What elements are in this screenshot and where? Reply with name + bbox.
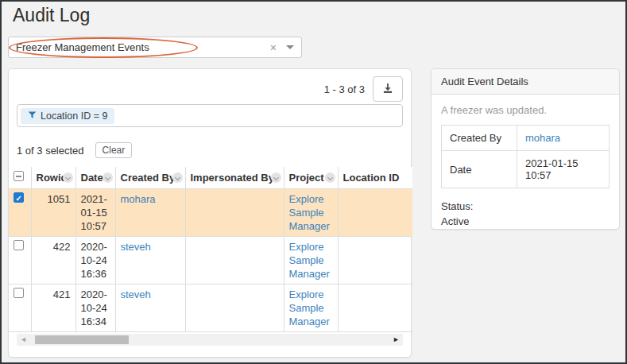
table-row: Date 2021-01-15 10:57	[442, 151, 610, 188]
selection-count-text: 1 of 3 selected	[17, 145, 84, 157]
project-link[interactable]: Explore Sample Manager	[289, 193, 330, 232]
pagination-text: 1 - 3 of 3	[324, 83, 365, 95]
scroll-left-icon[interactable]: ◄	[17, 334, 30, 346]
created-by-link[interactable]: mohara	[121, 193, 156, 205]
row-checkbox[interactable]	[14, 288, 24, 298]
filter-bar: Location ID = 9	[17, 104, 403, 127]
status-label: Status:	[441, 199, 610, 214]
column-header-impersonated-by[interactable]: Impersonated By	[185, 167, 284, 189]
event-detail-table: Created By mohara Date 2021-01-15 10:57	[441, 125, 610, 188]
select-all-checkbox[interactable]	[14, 171, 24, 181]
details-panel-body: A freezer was updated. Created By mohara…	[432, 95, 619, 238]
cell-location-id	[338, 237, 412, 285]
row-checkbox[interactable]	[14, 240, 24, 250]
detail-label: Date	[442, 151, 517, 188]
event-type-select[interactable]: Freezer Management Events ×	[8, 37, 302, 58]
column-header-date[interactable]: Date	[75, 167, 115, 189]
scroll-right-icon[interactable]: ►	[389, 334, 403, 346]
created-by-link[interactable]: mohara	[525, 132, 560, 144]
table-row[interactable]: 421 2020-10-24 16:34 steveh Explore Samp…	[9, 285, 412, 332]
status-value: Active	[441, 214, 610, 229]
cell-impersonated-by	[185, 285, 284, 332]
column-header-rowid[interactable]: Rowid	[31, 167, 75, 189]
cell-location-id	[338, 285, 412, 332]
selection-row: 1 of 3 selected Clear	[17, 142, 403, 158]
cell-impersonated-by	[185, 189, 284, 237]
column-menu-icon[interactable]	[63, 172, 73, 183]
column-header-project[interactable]: Project	[284, 167, 338, 189]
filter-chip[interactable]: Location ID = 9	[21, 108, 114, 124]
event-type-select-value: Freezer Management Events	[16, 41, 270, 53]
chevron-down-icon[interactable]	[286, 45, 294, 49]
column-menu-icon[interactable]	[271, 172, 281, 183]
grid-header-row: Rowid Date Created By Impersonated By Pr…	[9, 167, 412, 189]
horizontal-scrollbar[interactable]: ◄ ►	[17, 334, 403, 346]
audit-event-details-panel: Audit Event Details A freezer was update…	[431, 68, 620, 230]
export-button[interactable]	[373, 76, 403, 102]
cell-date: 2020-10-24 16:34	[75, 285, 115, 332]
cell-impersonated-by	[185, 237, 284, 285]
filter-funnel-icon	[28, 110, 37, 122]
column-header-location-id[interactable]: Location ID	[338, 167, 412, 189]
column-menu-icon[interactable]	[172, 172, 183, 183]
project-link[interactable]: Explore Sample Manager	[289, 241, 330, 280]
status-block: Status: Active	[441, 199, 610, 229]
cell-date: 2021-01-15 10:57	[75, 189, 115, 237]
cell-date: 2020-10-24 16:36	[75, 237, 115, 285]
created-by-link[interactable]: steveh	[121, 241, 151, 253]
cell-rowid: 421	[31, 285, 75, 332]
page-title: Audit Log	[13, 5, 90, 26]
table-row[interactable]: 422 2020-10-24 16:36 steveh Explore Samp…	[9, 237, 412, 285]
details-panel-title: Audit Event Details	[432, 69, 619, 95]
table-row: Created By mohara	[442, 126, 610, 151]
row-checkbox[interactable]	[14, 192, 24, 203]
column-menu-icon[interactable]	[103, 172, 113, 183]
download-icon	[382, 83, 393, 96]
event-description: A freezer was updated.	[441, 104, 610, 116]
audit-grid-panel: 1 - 3 of 3 Location ID = 9 1 of 3 select…	[8, 68, 412, 358]
project-link[interactable]: Explore Sample Manager	[289, 288, 330, 327]
detail-label: Created By	[442, 126, 517, 151]
scrollbar-thumb[interactable]	[35, 335, 129, 344]
audit-grid-table: Rowid Date Created By Impersonated By Pr…	[9, 167, 412, 332]
cell-rowid: 1051	[31, 189, 75, 237]
audit-log-page: { "page": { "title": "Audit Log" }, "eve…	[0, 0, 627, 364]
clear-selection-button[interactable]: Clear	[95, 142, 133, 158]
created-by-link[interactable]: steveh	[121, 288, 151, 300]
cell-rowid: 422	[31, 237, 75, 285]
cell-location-id	[338, 189, 412, 237]
table-row[interactable]: 1051 2021-01-15 10:57 mohara Explore Sam…	[9, 189, 412, 237]
column-menu-icon[interactable]	[325, 172, 335, 183]
column-header-created-by[interactable]: Created By	[115, 167, 185, 189]
clear-selection-icon[interactable]: ×	[270, 41, 277, 54]
filter-chip-label: Location ID = 9	[41, 110, 107, 122]
detail-value: 2021-01-15 10:57	[517, 151, 609, 188]
